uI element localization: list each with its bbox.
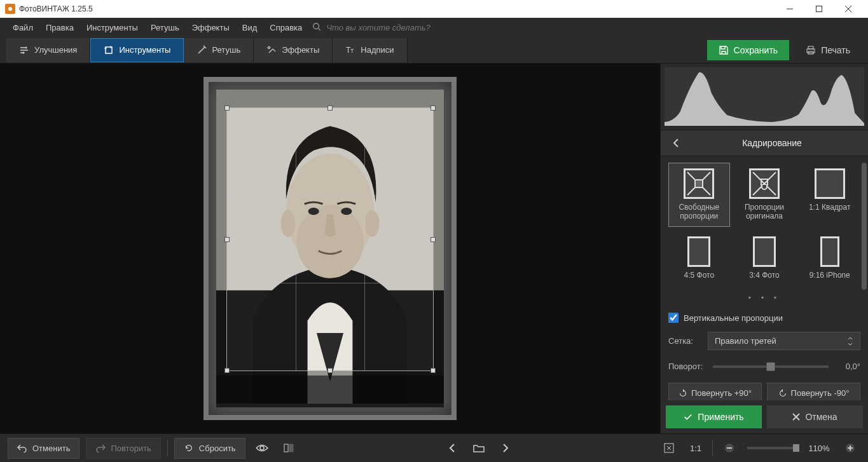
vertical-proportions-label: Вертикальные пропорции (684, 313, 783, 323)
preset-label: Свободные пропорции (669, 203, 729, 221)
crop-handle-tr[interactable] (431, 105, 436, 111)
crop-original-icon (749, 168, 780, 199)
tab-enhancements[interactable]: Улучшения (6, 38, 90, 62)
close-button[interactable] (834, 0, 863, 18)
crop-handle-tl[interactable] (224, 105, 230, 111)
svg-line-6 (319, 28, 321, 31)
svg-point-8 (23, 51, 25, 53)
apply-button[interactable]: Применить (666, 405, 762, 428)
tab-tools[interactable]: Инструменты (90, 38, 184, 62)
eye-icon[interactable] (252, 438, 272, 458)
preset-label: Пропорции оригинала (734, 203, 795, 221)
apply-label: Применить (698, 412, 743, 422)
prev-image-icon[interactable] (442, 438, 462, 458)
preset-label: 4:5 Фото (684, 271, 715, 280)
svg-rect-26 (695, 180, 703, 187)
reset-button[interactable]: Сбросить (174, 438, 245, 459)
back-button[interactable] (668, 135, 684, 151)
preset-9-16[interactable]: 9:16 iPhone (799, 231, 860, 285)
menu-help[interactable]: Справка (263, 23, 308, 32)
menu-edit[interactable]: Правка (39, 23, 80, 32)
bottom-bar: Отменить Повторить Сбросить 1:1 110% (0, 433, 868, 462)
print-button[interactable]: Печать (794, 40, 862, 60)
menu-effects[interactable]: Эффекты (186, 23, 236, 32)
next-image-icon[interactable] (495, 438, 516, 458)
menu-file[interactable]: Файл (6, 23, 39, 32)
crop-handle-t[interactable] (327, 105, 333, 111)
crop-free-icon (684, 168, 714, 199)
menu-tools[interactable]: Инструменты (80, 23, 144, 32)
fit-screen-icon[interactable] (659, 438, 679, 458)
tab-retouch[interactable]: Ретушь (184, 38, 254, 62)
rotate-minus-label: Повернуть -90° (791, 388, 850, 398)
crop-overlay[interactable] (226, 107, 434, 371)
undo-label: Отменить (32, 444, 70, 453)
crop-3-4-icon (753, 236, 776, 267)
preset-square[interactable]: 1:1 Квадрат (799, 163, 860, 227)
preset-4-5[interactable]: 4:5 Фото (668, 231, 730, 285)
rotate-plus-90-button[interactable]: Повернуть +90° (668, 383, 762, 400)
crop-handle-br[interactable] (431, 368, 436, 373)
preset-label: 3:4 Фото (749, 271, 780, 280)
ratio-11-button[interactable]: 1:1 (685, 438, 706, 458)
app-icon (5, 4, 15, 14)
svg-text:T: T (350, 48, 354, 54)
preset-label: 9:16 iPhone (809, 271, 850, 280)
pagination-dots[interactable]: • • • (668, 293, 860, 302)
tab-label: Эффекты (282, 45, 319, 55)
zoom-out-button[interactable] (719, 438, 740, 458)
crop-4-5-icon (687, 236, 710, 267)
crop-square-icon (815, 168, 845, 199)
tab-label: Инструменты (119, 45, 170, 55)
zoom-in-button[interactable] (840, 438, 860, 458)
panel-scrollbar[interactable] (862, 163, 867, 290)
tab-label: Улучшения (34, 45, 77, 55)
svg-rect-2 (816, 6, 822, 12)
svg-point-0 (8, 7, 12, 11)
search-icon (312, 22, 321, 33)
canvas-area[interactable] (0, 64, 660, 433)
panel-body: Свободные пропорции Пропорции оригинала … (661, 156, 868, 400)
svg-rect-32 (289, 444, 293, 452)
panel-title: Кадрирование (684, 138, 860, 148)
maximize-button[interactable] (804, 0, 834, 18)
crop-handle-r[interactable] (431, 237, 436, 242)
grid-label: Сетка: (668, 336, 700, 346)
vertical-proportions-checkbox[interactable] (668, 313, 679, 323)
menu-view[interactable]: Вид (236, 23, 264, 32)
cancel-button[interactable]: Отмена (767, 405, 863, 428)
rotation-value: 0,0° (835, 362, 860, 371)
crop-handle-b[interactable] (327, 368, 333, 373)
grid-select[interactable]: Правило третей (708, 332, 860, 350)
redo-label: Повторить (111, 444, 151, 453)
compare-icon[interactable] (279, 438, 299, 458)
rotation-label: Поворот: (668, 362, 706, 371)
rotation-slider[interactable] (713, 365, 829, 368)
save-button[interactable]: Сохранить (707, 40, 790, 60)
crop-handle-bl[interactable] (224, 368, 230, 373)
svg-point-7 (25, 46, 27, 48)
preset-free[interactable]: Свободные пропорции (668, 163, 730, 227)
rotate-minus-90-button[interactable]: Повернуть -90° (767, 383, 860, 400)
svg-rect-14 (808, 46, 813, 49)
photo-frame[interactable] (203, 77, 457, 420)
zoom-slider[interactable] (747, 447, 798, 449)
undo-button[interactable]: Отменить (8, 438, 79, 459)
save-label: Сохранить (734, 45, 778, 55)
tab-effects[interactable]: Эффекты (254, 38, 333, 62)
preset-label: 1:1 Квадрат (809, 203, 851, 212)
menu-retouch[interactable]: Ретушь (144, 23, 186, 32)
svg-point-30 (260, 446, 264, 450)
panel-header: Кадрирование (661, 130, 868, 156)
crop-handle-l[interactable] (224, 237, 230, 242)
search-input[interactable] (321, 20, 448, 35)
tab-label: Ретушь (212, 45, 240, 55)
folder-icon[interactable] (469, 438, 489, 458)
minimize-button[interactable] (775, 0, 804, 18)
cancel-label: Отмена (805, 412, 837, 422)
svg-rect-31 (284, 444, 288, 452)
preset-original[interactable]: Пропорции оригинала (734, 163, 796, 227)
preset-3-4[interactable]: 3:4 Фото (734, 231, 796, 285)
tab-text[interactable]: TT Надписи (333, 38, 407, 62)
redo-button[interactable]: Повторить (86, 438, 160, 459)
